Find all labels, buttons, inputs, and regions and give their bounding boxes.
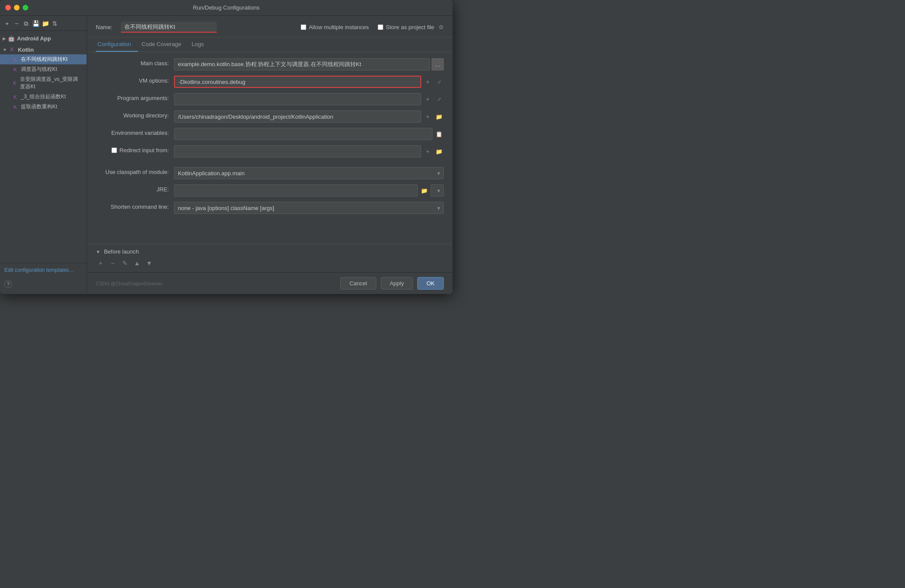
android-app-chevron: ▶	[3, 36, 6, 41]
sidebar-bottom-icons: ?	[0, 277, 87, 291]
footer-note: CSDN @ChinaDragonDreamer	[96, 281, 162, 286]
use-classpath-field: KotlinApplication.app.main	[174, 167, 444, 179]
shorten-command-line-select[interactable]: none - java [options] className [args]	[174, 202, 444, 214]
apply-button[interactable]: Apply	[381, 277, 413, 290]
redirect-input-input[interactable]	[174, 145, 421, 157]
kotlin-file-icon-4: K	[12, 94, 18, 100]
kotlin-group-header[interactable]: ▼ K Kotlin	[0, 45, 87, 54]
main-content: + − ⧉ 💾 📁 ⇅ ▶ 🤖 Android App ▼ K Kotlin K	[0, 16, 452, 294]
environment-variables-input[interactable]	[174, 128, 432, 140]
redirect-input-checkbox[interactable]	[111, 147, 117, 153]
working-directory-add-button[interactable]: +	[423, 112, 432, 121]
kotlin-file-icon-1: K	[12, 57, 18, 63]
store-as-project-checkbox[interactable]	[378, 24, 383, 30]
program-arguments-expand-button[interactable]: ⤢	[434, 94, 444, 104]
config-header: Name: Allow multiple instances Store as …	[87, 16, 452, 37]
kotlin-file-icon-2: K	[12, 67, 18, 73]
vm-options-label: VM options:	[96, 76, 174, 84]
working-directory-browse-button[interactable]: 📁	[434, 112, 444, 121]
program-arguments-input[interactable]	[174, 93, 421, 105]
traffic-lights[interactable]	[5, 5, 28, 10]
sidebar-item-1[interactable]: K 在不同线程间跳转Kt	[0, 54, 87, 64]
jre-dropdown[interactable]	[431, 184, 444, 197]
form-body: Main class: … VM options: + ⤢ Program ar…	[87, 52, 452, 244]
jre-dropdown-wrapper	[431, 184, 444, 197]
sidebar-item-5[interactable]: K 提取函数重构Kt	[0, 102, 87, 112]
jre-label: JRE:	[96, 184, 174, 193]
store-as-project-label: Store as project file	[386, 24, 434, 30]
vm-options-input[interactable]	[174, 76, 421, 88]
tab-logs[interactable]: Logs	[190, 37, 211, 52]
sidebar-item-2[interactable]: K 调度器与线程Kt	[0, 64, 87, 74]
help-icon[interactable]: ?	[4, 280, 12, 288]
footer: CSDN @ChinaDragonDreamer Cancel Apply OK	[87, 272, 452, 294]
working-directory-input[interactable]	[174, 110, 421, 123]
name-label: Name:	[96, 24, 112, 30]
jre-browse-button[interactable]: 📁	[419, 186, 429, 195]
vm-options-add-button[interactable]: +	[423, 77, 432, 87]
vm-options-expand-button[interactable]: ⤢	[434, 77, 444, 87]
android-icon: 🤖	[8, 35, 15, 42]
redirect-input-add-button[interactable]: +	[423, 147, 432, 156]
remove-config-icon[interactable]: −	[13, 20, 20, 27]
before-launch-edit-button[interactable]: ✎	[120, 258, 130, 268]
use-classpath-select-wrapper: KotlinApplication.app.main	[174, 167, 444, 179]
before-launch-header: ▼ Before launch	[96, 248, 444, 255]
jre-row: JRE: 📁	[96, 184, 444, 197]
sidebar-item-4[interactable]: K _3_组合挂起函数Kt	[0, 92, 87, 102]
name-input[interactable]	[121, 22, 217, 33]
environment-variables-row: Environment variables: 📋	[96, 128, 444, 140]
jre-field: 📁	[174, 184, 444, 197]
sidebar-toolbar: + − ⧉ 💾 📁 ⇅	[0, 18, 87, 31]
store-as-project-group: Store as project file ⚙	[378, 24, 444, 30]
tab-configuration[interactable]: Configuration	[96, 37, 138, 52]
gear-icon[interactable]: ⚙	[439, 24, 444, 30]
jre-input[interactable]	[174, 184, 418, 197]
allow-multiple-instances-checkbox[interactable]	[301, 24, 306, 30]
main-class-browse-button[interactable]: …	[432, 58, 444, 70]
minimize-button[interactable]	[14, 5, 20, 10]
main-class-row: Main class: …	[96, 58, 444, 70]
before-launch-remove-button[interactable]: −	[108, 258, 117, 268]
before-launch-down-button[interactable]: ▼	[144, 258, 154, 268]
working-directory-label: Working directory:	[96, 110, 174, 119]
copy-config-icon[interactable]: ⧉	[23, 20, 30, 27]
program-arguments-label: Program arguments:	[96, 93, 174, 101]
form-divider-1	[96, 163, 444, 167]
sort-config-icon[interactable]: ⇅	[51, 20, 58, 27]
title-bar: Run/Debug Configurations	[0, 0, 452, 16]
before-launch-section: ▼ Before launch + − ✎ ▲ ▼	[87, 244, 452, 272]
edit-templates-link[interactable]: Edit configuration templates...	[4, 267, 73, 273]
sidebar-item-label-1: 在不同线程间跳转Kt	[21, 56, 67, 63]
before-launch-chevron[interactable]: ▼	[96, 249, 101, 254]
before-launch-add-button[interactable]: +	[96, 258, 105, 268]
kotlin-group-label: Kotlin	[18, 47, 34, 53]
vm-options-field: + ⤢	[174, 76, 444, 88]
add-config-icon[interactable]: +	[3, 20, 10, 27]
android-app-group-header[interactable]: ▶ 🤖 Android App	[0, 33, 87, 43]
sidebar-footer: Edit configuration templates...	[0, 263, 87, 277]
ok-button[interactable]: OK	[417, 277, 444, 290]
android-app-group: ▶ 🤖 Android App	[0, 33, 87, 44]
main-class-input[interactable]	[174, 58, 430, 70]
cancel-button[interactable]: Cancel	[340, 277, 376, 290]
program-arguments-add-button[interactable]: +	[423, 94, 432, 104]
redirect-input-browse-button[interactable]: 📁	[434, 147, 444, 156]
folder-config-icon[interactable]: 📁	[42, 20, 49, 27]
before-launch-up-button[interactable]: ▲	[132, 258, 142, 268]
program-arguments-field: + ⤢	[174, 93, 444, 105]
redirect-input-row: Redirect input from: + 📁	[96, 145, 444, 157]
use-classpath-select[interactable]: KotlinApplication.app.main	[174, 167, 444, 179]
sidebar-item-3[interactable]: K 非受限调度器_vs_受限调度器Kt	[0, 74, 87, 92]
maximize-button[interactable]	[23, 5, 28, 10]
close-button[interactable]	[5, 5, 11, 10]
redirect-input-label: Redirect input from:	[96, 145, 174, 154]
tab-code-coverage[interactable]: Code Coverage	[140, 37, 188, 52]
save-config-icon[interactable]: 💾	[32, 20, 39, 27]
environment-variables-label: Environment variables:	[96, 128, 174, 136]
allow-multiple-instances-group: Allow multiple instances	[301, 24, 369, 30]
program-arguments-row: Program arguments: + ⤢	[96, 93, 444, 105]
sidebar-item-label-2: 调度器与线程Kt	[21, 66, 57, 73]
before-launch-toolbar: + − ✎ ▲ ▼	[96, 258, 444, 268]
environment-variables-browse-button[interactable]: 📋	[434, 129, 444, 139]
